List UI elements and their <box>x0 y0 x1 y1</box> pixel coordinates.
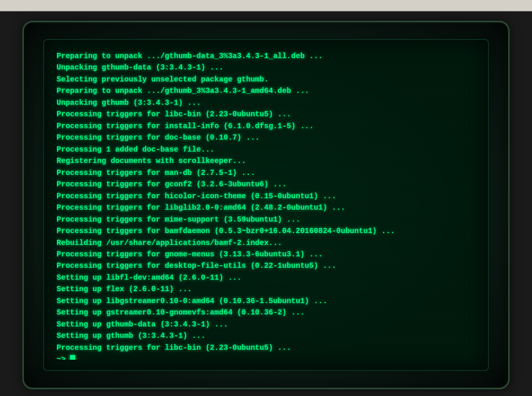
menu-file[interactable] <box>2 5 6 6</box>
menu-help[interactable] <box>44 5 48 6</box>
menu-profiles[interactable] <box>33 5 37 6</box>
terminal-line: Unpacking gthumb (3:3.4.3-1) ... <box>57 97 475 108</box>
terminal-line: Setting up gthumb-data (3:3.4.3-1) ... <box>57 319 475 330</box>
terminal-line: Processing triggers for libc-bin (2.23-0… <box>57 342 475 353</box>
terminal-line: Rebuilding /usr/share/applications/bamf-… <box>57 237 475 249</box>
terminal-prompt: ~> <box>57 353 475 360</box>
terminal-line: Processing triggers for libglib2.0-0:amd… <box>57 202 475 213</box>
menu-bar <box>0 0 532 11</box>
terminal-line: Processing triggers for hicolor-icon-the… <box>57 190 475 202</box>
terminal-line: Processing triggers for man-db (2.7.5-1)… <box>57 167 475 179</box>
terminal-cursor <box>70 355 75 360</box>
terminal-line: Setting up gstreamer0.10-gnomevfs:amd64 … <box>57 307 475 318</box>
terminal-line: Processing triggers for libc-bin (2.23-0… <box>57 108 475 120</box>
terminal-line: Processing triggers for desktop-file-uti… <box>57 260 475 271</box>
terminal-screen[interactable]: Preparing to unpack .../gthumb-data_3%3a… <box>43 39 489 371</box>
terminal-line: Processing triggers for gnome-menus (3.1… <box>57 249 475 260</box>
terminal-line: Processing triggers for mime-support (3.… <box>57 214 475 225</box>
terminal-line: Processing triggers for install-info (6.… <box>57 120 475 132</box>
terminal-content: Preparing to unpack .../gthumb-data_3%3a… <box>57 50 475 360</box>
terminal-shell: Preparing to unpack .../gthumb-data_3%3a… <box>22 21 510 389</box>
menu-view[interactable] <box>23 5 27 6</box>
terminal-line: Processing triggers for doc-base (0.10.7… <box>57 132 475 143</box>
terminal-line: Processing 1 added doc-base file... <box>57 144 475 155</box>
terminal-line: Processing triggers for bamfdaemon (0.5.… <box>57 225 475 237</box>
terminal-line: Setting up libgstreamer0.10-0:amd64 (0.1… <box>57 295 475 307</box>
terminal-line: Setting up libfl-dev:amd64 (2.6.0-11) ..… <box>57 272 475 283</box>
menu-edit[interactable] <box>12 5 17 6</box>
terminal-line: Unpacking gthumb-data (3:3.4.3-1) ... <box>57 62 475 73</box>
terminal-line: Setting up flex (2.6.0-11) ... <box>57 283 475 295</box>
terminal-line: Selecting previously unselected package … <box>57 74 475 85</box>
terminal-line: Registering documents with scrollkeeper.… <box>57 155 475 167</box>
terminal-line: Setting up gthumb (3:3.4.3-1) ... <box>57 330 475 342</box>
terminal-line: Preparing to unpack .../gthumb-data_3%3a… <box>57 50 475 62</box>
terminal-line: Preparing to unpack .../gthumb_3%3a3.4.3… <box>57 85 475 97</box>
terminal-line: Processing triggers for gconf2 (3.2.6-3u… <box>57 179 475 190</box>
